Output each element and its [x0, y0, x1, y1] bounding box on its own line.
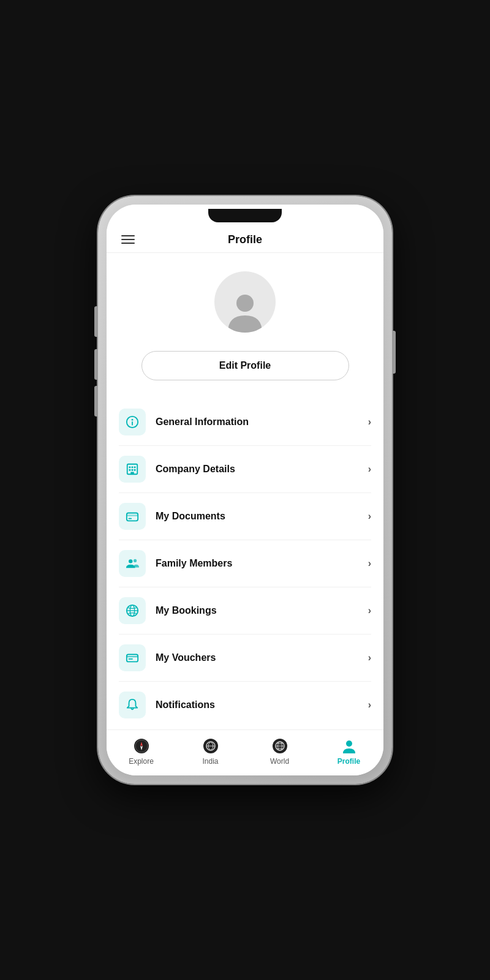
menu-item-my-bookings[interactable]: My Bookings ›: [119, 587, 371, 635]
svg-rect-9: [132, 469, 134, 471]
svg-rect-3: [132, 421, 133, 425]
svg-rect-22: [129, 658, 133, 660]
menu-item-family-members[interactable]: Family Members ›: [119, 540, 371, 587]
company-details-chevron: ›: [368, 464, 371, 475]
bell-icon: [126, 698, 139, 712]
nav-item-world[interactable]: World: [245, 735, 314, 768]
avatar-section: [107, 253, 383, 345]
general-information-icon-wrap: [119, 409, 146, 435]
menu-item-notifications[interactable]: Notifications ›: [119, 682, 371, 728]
svg-rect-11: [130, 472, 134, 475]
status-bar: [107, 205, 383, 227]
menu-item-company-details[interactable]: Company Details ›: [119, 446, 371, 493]
nav-profile-label: Profile: [337, 757, 360, 766]
general-information-label: General Information: [156, 417, 368, 428]
notch: [208, 209, 282, 222]
family-members-icon-wrap: [119, 550, 146, 577]
building-icon: [126, 462, 139, 476]
svg-point-2: [132, 419, 134, 421]
page-title: Profile: [137, 233, 353, 246]
profile-nav-icon: [341, 737, 358, 755]
menu-list: General Information ›: [107, 399, 383, 728]
svg-rect-5: [129, 466, 131, 468]
nav-world-label: World: [270, 757, 289, 766]
app-header: Profile: [107, 227, 383, 253]
svg-rect-12: [127, 513, 138, 521]
svg-point-15: [129, 559, 132, 563]
compass-icon: [133, 737, 150, 755]
svg-rect-14: [129, 518, 132, 519]
company-details-icon-wrap: [119, 456, 146, 483]
notifications-label: Notifications: [156, 699, 368, 710]
general-information-chevron: ›: [368, 417, 371, 428]
bottom-nav: Explore India: [107, 729, 383, 775]
my-documents-icon-wrap: [119, 503, 146, 530]
nav-item-india[interactable]: India: [176, 735, 245, 768]
nav-india-label: India: [202, 757, 218, 766]
company-details-label: Company Details: [156, 464, 368, 475]
my-bookings-icon-wrap: [119, 597, 146, 624]
family-members-label: Family Members: [156, 558, 368, 569]
svg-rect-20: [127, 655, 138, 662]
avatar-silhouette-icon: [227, 290, 263, 333]
svg-rect-8: [129, 469, 131, 471]
main-content: Edit Profile General Information ›: [107, 253, 383, 729]
my-vouchers-icon-wrap: [119, 644, 146, 671]
india-globe-icon: [202, 737, 219, 755]
avatar: [214, 271, 276, 333]
edit-profile-button[interactable]: Edit Profile: [141, 351, 349, 380]
svg-point-23: [134, 739, 149, 753]
phone-screen: Profile Edit Profile: [107, 205, 383, 775]
my-bookings-label: My Bookings: [156, 605, 368, 616]
phone-frame: Profile Edit Profile: [98, 196, 392, 784]
people-icon: [126, 557, 139, 570]
notifications-chevron: ›: [368, 699, 371, 710]
notifications-icon-wrap: [119, 692, 146, 718]
menu-item-my-documents[interactable]: My Documents ›: [119, 493, 371, 540]
svg-point-0: [236, 295, 254, 312]
world-globe-icon: [271, 737, 288, 755]
my-documents-label: My Documents: [156, 511, 368, 522]
svg-rect-7: [134, 466, 136, 468]
svg-rect-10: [134, 469, 136, 471]
card-icon: [126, 510, 139, 523]
my-bookings-chevron: ›: [368, 605, 371, 616]
my-documents-chevron: ›: [368, 511, 371, 522]
svg-point-34: [346, 741, 352, 747]
hamburger-menu-button[interactable]: [119, 233, 137, 246]
globe-booking-icon: [126, 604, 139, 617]
info-icon: [126, 415, 139, 429]
nav-explore-label: Explore: [129, 757, 154, 766]
voucher-icon: [126, 651, 139, 665]
svg-rect-13: [127, 514, 138, 516]
family-members-chevron: ›: [368, 558, 371, 569]
my-vouchers-label: My Vouchers: [156, 652, 368, 663]
nav-item-explore[interactable]: Explore: [107, 735, 176, 768]
menu-item-general-information[interactable]: General Information ›: [119, 399, 371, 446]
svg-rect-6: [132, 466, 134, 468]
svg-point-16: [134, 559, 137, 562]
my-vouchers-chevron: ›: [368, 652, 371, 663]
menu-item-my-vouchers[interactable]: My Vouchers ›: [119, 635, 371, 682]
nav-item-profile[interactable]: Profile: [314, 735, 383, 768]
